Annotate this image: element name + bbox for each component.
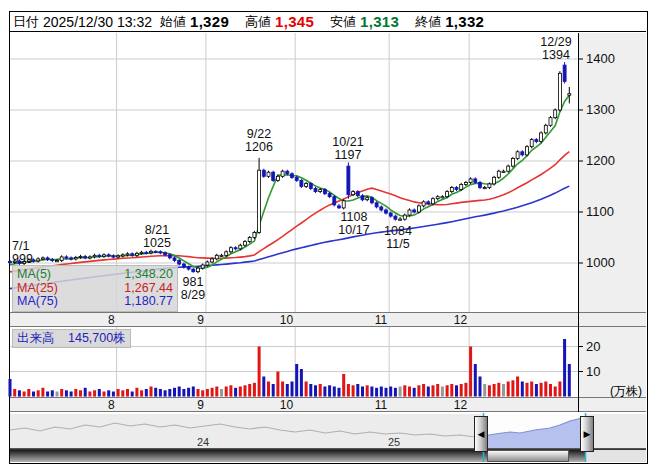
price-tick-label: 1100 bbox=[586, 204, 614, 219]
month-label-volume: 10 bbox=[261, 398, 293, 412]
year-label: 25 bbox=[388, 436, 400, 448]
month-label-volume: 9 bbox=[172, 398, 204, 412]
month-label-main: 10 bbox=[261, 313, 293, 327]
price-annotation: 8/211025 bbox=[143, 224, 171, 249]
price-tick-label: 1000 bbox=[586, 255, 615, 270]
month-label-main: 9 bbox=[172, 313, 204, 327]
volume-value: 145,700株 bbox=[68, 331, 126, 345]
month-label-main: 11 bbox=[355, 313, 387, 327]
navigator-selection[interactable] bbox=[483, 414, 585, 448]
month-label-volume: 12 bbox=[435, 398, 467, 412]
scrollbar-thumb[interactable] bbox=[487, 450, 569, 462]
stock-chart-widget: 日付 2025/12/30 13:32 始値 1,329 高値 1,345 安値… bbox=[0, 0, 653, 470]
year-label: 24 bbox=[197, 436, 209, 448]
ma5-value: 1,348.20 bbox=[124, 268, 173, 282]
left-arrow-icon: ◀ bbox=[478, 429, 485, 439]
month-label-volume: 8 bbox=[83, 398, 115, 412]
price-tick-label: 1400 bbox=[586, 51, 615, 66]
ma25-value: 1,267.44 bbox=[124, 282, 173, 296]
price-annotation: 108411/5 bbox=[384, 225, 412, 250]
right-arrow-icon: ▶ bbox=[584, 429, 591, 439]
ma75-value: 1,180.77 bbox=[124, 295, 173, 309]
volume-unit-label: (万株) bbox=[580, 383, 642, 400]
month-label-main: 8 bbox=[83, 313, 115, 327]
volume-tick-label: 20 bbox=[586, 339, 600, 354]
ma5-label: MA(5) bbox=[17, 268, 51, 282]
ma-legend: MA(5) 1,348.20 MA(25) 1,267.44 MA(75) 1,… bbox=[12, 265, 178, 312]
price-annotation: 12/291394 bbox=[540, 36, 571, 61]
navigator-right-handle[interactable]: ▶ bbox=[580, 416, 594, 452]
month-label-main: 12 bbox=[435, 313, 467, 327]
price-annotation: 10/211197 bbox=[332, 136, 363, 161]
price-annotation: 7/1999 bbox=[12, 240, 33, 265]
volume-label: 出来高 145,700株 bbox=[12, 329, 131, 348]
price-annotation: 9/221206 bbox=[245, 128, 273, 153]
price-tick-label: 1300 bbox=[586, 102, 615, 117]
price-annotation: 110810/17 bbox=[338, 211, 369, 236]
ma25-label: MA(25) bbox=[17, 282, 58, 296]
month-label-volume: 11 bbox=[355, 398, 387, 412]
price-tick-label: 1200 bbox=[586, 153, 615, 168]
ma75-label: MA(75) bbox=[17, 295, 58, 309]
price-annotation: 9818/29 bbox=[181, 276, 205, 301]
volume-label-text: 出来高 bbox=[17, 331, 55, 345]
navigator-left-handle[interactable]: ◀ bbox=[474, 416, 488, 452]
volume-tick-label: 10 bbox=[586, 364, 600, 379]
scrollbar-track-left[interactable] bbox=[10, 450, 487, 462]
